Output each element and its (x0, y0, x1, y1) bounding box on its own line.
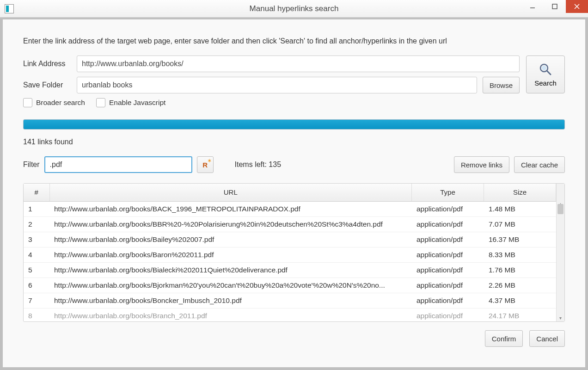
cell-num: 5 (24, 263, 49, 278)
link-address-label: Link Address (23, 60, 71, 68)
cell-num: 7 (24, 293, 49, 308)
instruction-text: Enter the link address of the target web… (23, 37, 565, 45)
window-controls (521, 0, 588, 13)
broader-search-checkbox[interactable]: Broader search (23, 98, 85, 107)
dialog-window: Manual hyperlinks search Enter the link … (0, 0, 588, 370)
remove-links-button[interactable]: Remove links (454, 156, 509, 173)
cell-type: application/pdf (412, 247, 484, 263)
app-icon (5, 4, 14, 13)
cell-type: application/pdf (412, 293, 484, 308)
cell-url: http://www.urbanlab.org/books/BACK_1996_… (49, 202, 412, 217)
filter-label: Filter (23, 160, 40, 169)
cell-size: 24.17 MB (484, 308, 556, 322)
scroll-thumb[interactable] (557, 204, 564, 214)
table-row[interactable]: 5http://www.urbanlab.org/books/Bialecki%… (24, 263, 556, 278)
regex-button[interactable]: R ✶ (197, 156, 214, 173)
form-left: Link Address Save Folder Browse Broader … (23, 56, 520, 107)
results-table: # URL Type Size 1http://www.urbanlab.org… (23, 183, 565, 322)
maximize-icon (552, 4, 557, 9)
cell-num: 4 (24, 247, 49, 263)
col-header-url[interactable]: URL (49, 184, 412, 201)
save-folder-input[interactable] (77, 77, 477, 93)
regex-star-icon: ✶ (208, 158, 211, 163)
cell-num: 6 (24, 278, 49, 293)
table-row[interactable]: 4http://www.urbanlab.org/books/Baron%202… (24, 247, 556, 263)
cell-size: 1.76 MB (484, 263, 556, 278)
cell-url: http://www.urbanlab.org/books/Branch_201… (49, 308, 412, 322)
cell-size: 1.48 MB (484, 202, 556, 217)
minimize-icon (530, 4, 535, 9)
footer-buttons: Confirm Cancel (23, 330, 565, 347)
cell-url: http://www.urbanlab.org/books/Bailey%202… (49, 232, 412, 247)
cell-url: http://www.urbanlab.org/books/Boncker_Im… (49, 293, 412, 308)
content-area: Enter the link address of the target web… (0, 18, 588, 370)
cell-url: http://www.urbanlab.org/books/Bialecki%2… (49, 263, 412, 278)
cell-size: 4.37 MB (484, 293, 556, 308)
table-row[interactable]: 1http://www.urbanlab.org/books/BACK_1996… (24, 202, 556, 217)
cancel-button[interactable]: Cancel (529, 330, 565, 347)
table-row[interactable]: 7http://www.urbanlab.org/books/Boncker_I… (24, 293, 556, 308)
close-icon (574, 4, 580, 9)
window-title: Manual hyperlinks search (0, 4, 588, 13)
table-scrollbar[interactable]: ▴ ▾ (556, 184, 564, 321)
regex-icon: R (202, 161, 208, 169)
clear-cache-button[interactable]: Clear cache (514, 156, 565, 173)
svg-point-5 (542, 66, 546, 70)
col-header-size[interactable]: Size (484, 184, 556, 201)
cell-size: 2.26 MB (484, 278, 556, 293)
progress-bar (23, 119, 565, 130)
maximize-button[interactable] (544, 0, 566, 13)
form-area: Link Address Save Folder Browse Broader … (23, 56, 565, 107)
cell-num: 1 (24, 202, 49, 217)
browse-button[interactable]: Browse (483, 77, 520, 93)
link-address-input[interactable] (77, 56, 520, 72)
broader-search-label: Broader search (36, 99, 85, 107)
checkbox-icon (23, 98, 32, 107)
svg-line-6 (547, 71, 551, 74)
status-text: 141 links found (23, 138, 565, 146)
search-button-label: Search (534, 79, 557, 87)
scroll-down-icon: ▾ (557, 315, 564, 321)
table-row[interactable]: 8http://www.urbanlab.org/books/Branch_20… (24, 308, 556, 322)
cell-num: 3 (24, 232, 49, 247)
cell-type: application/pdf (412, 308, 484, 322)
cell-size: 16.37 MB (484, 232, 556, 247)
col-header-type[interactable]: Type (412, 184, 484, 201)
table-row[interactable]: 2http://www.urbanlab.org/books/BBR%20-%2… (24, 217, 556, 232)
cell-type: application/pdf (412, 232, 484, 247)
cell-url: http://www.urbanlab.org/books/BBR%20-%20… (49, 217, 412, 232)
cell-url: http://www.urbanlab.org/books/Baron%2020… (49, 247, 412, 263)
enable-js-label: Enable Javascript (109, 99, 165, 107)
cell-size: 8.33 MB (484, 247, 556, 263)
cell-url: http://www.urbanlab.org/books/Bjorkman%2… (49, 278, 412, 293)
col-header-num[interactable]: # (24, 184, 49, 201)
cell-num: 8 (24, 308, 49, 322)
filter-input[interactable] (44, 156, 192, 173)
cell-type: application/pdf (412, 278, 484, 293)
svg-rect-1 (552, 4, 557, 9)
filter-row: Filter R ✶ Items left: 135 Remove links … (23, 156, 565, 173)
table-row[interactable]: 6http://www.urbanlab.org/books/Bjorkman%… (24, 278, 556, 293)
enable-js-checkbox[interactable]: Enable Javascript (96, 98, 165, 107)
minimize-button[interactable] (521, 0, 544, 13)
close-button[interactable] (566, 0, 588, 13)
progress-fill (24, 120, 564, 129)
titlebar: Manual hyperlinks search (0, 0, 588, 18)
cell-type: application/pdf (412, 263, 484, 278)
items-left-text: Items left: 135 (235, 160, 282, 169)
save-folder-label: Save Folder (23, 81, 71, 89)
search-button[interactable]: Search (526, 56, 565, 93)
cell-type: application/pdf (412, 202, 484, 217)
cell-type: application/pdf (412, 217, 484, 232)
table-row[interactable]: 3http://www.urbanlab.org/books/Bailey%20… (24, 232, 556, 247)
confirm-button[interactable]: Confirm (485, 330, 523, 347)
checkbox-icon (96, 98, 105, 107)
cell-num: 2 (24, 217, 49, 232)
cell-size: 7.07 MB (484, 217, 556, 232)
search-icon (539, 62, 552, 76)
